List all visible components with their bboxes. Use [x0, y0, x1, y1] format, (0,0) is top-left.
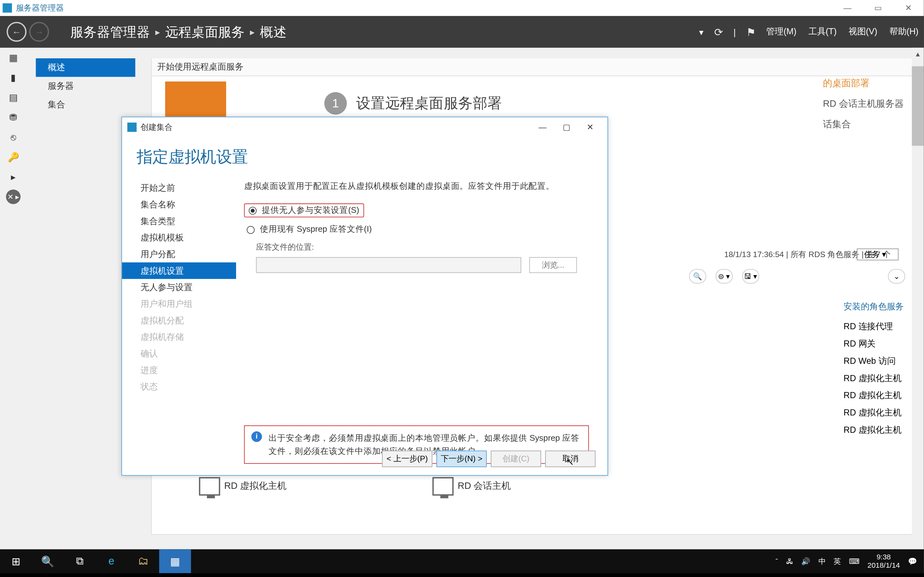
start-button[interactable]: ⊞: [0, 550, 32, 573]
divider: |: [733, 27, 736, 37]
ime-lang1[interactable]: 中: [819, 556, 826, 566]
crumb-2[interactable]: 概述: [260, 23, 286, 41]
nav-back-button[interactable]: ←: [7, 22, 27, 42]
wiz-step[interactable]: 集合名称: [137, 196, 235, 213]
roles-panel: 安装的角色服务 RD 连接代理 RD 网关 RD Web 访问 RD 虚拟化主机…: [843, 298, 904, 438]
step-title: 设置远程桌面服务部署: [356, 93, 502, 113]
dashboard-icon[interactable]: ▦: [0, 48, 27, 68]
session-host-label: RD 会话主机: [457, 480, 511, 491]
tray-up-icon[interactable]: ˆ: [775, 557, 778, 565]
breadcrumb: 服务器管理器▸ 远程桌面服务▸ 概述: [70, 23, 286, 41]
bg-line2: RD 会话主机服务器: [823, 93, 904, 114]
tray-network-icon[interactable]: 🖧: [786, 557, 793, 565]
nav-collections[interactable]: 集合: [36, 95, 136, 114]
info-icon: i: [251, 432, 262, 442]
radio-label: 使用现有 Sysprep 应答文件(I): [260, 224, 372, 235]
filter-button-1[interactable]: ⊜ ▾: [716, 269, 733, 284]
header-bar: ← → 服务器管理器▸ 远程桌面服务▸ 概述 ▾ ⟳ | ⚑ 管理(M) 工具(…: [0, 16, 924, 48]
radio-sysprep[interactable]: 使用现有 Sysprep 应答文件(I): [244, 223, 589, 237]
local-server-icon[interactable]: ▮: [0, 68, 27, 87]
cancel-button[interactable]: 取消: [545, 451, 596, 467]
wiz-step-current[interactable]: 虚拟机设置: [122, 263, 236, 279]
window-controls: — ▭ ✕: [832, 0, 924, 16]
next-button[interactable]: 下一步(N) >: [436, 451, 487, 467]
wiz-step[interactable]: 开始之前: [137, 179, 235, 196]
answer-file-label: 应答文件的位置:: [256, 242, 589, 253]
filter-button-2[interactable]: 🖫 ▾: [742, 269, 759, 284]
wiz-step: 进度: [137, 362, 235, 379]
rds-icon[interactable]: ✕ ▸: [0, 187, 27, 207]
role-row: RD 虚拟化主机: [843, 387, 904, 404]
search-icon[interactable]: 🔍: [689, 269, 706, 284]
close-button[interactable]: ✕: [893, 0, 924, 16]
wiz-step: 虚拟机存储: [137, 329, 235, 345]
role-row: RD 虚拟化主机: [843, 422, 904, 439]
crumb-1[interactable]: 远程桌面服务: [165, 23, 245, 41]
wiz-step[interactable]: 无人参与设置: [137, 279, 235, 295]
role-icon-2[interactable]: ⎋: [0, 127, 27, 147]
notifications-button[interactable]: 💬: [908, 557, 917, 566]
taskbar: ⊞ 🔍 ⧉ e 🗂 ▦ ˆ 🖧 🔊 中 英 ⌨ 9:38 2018/1/14 💬: [0, 550, 924, 573]
ime-icon[interactable]: ⌨: [849, 557, 859, 566]
search-toolbar: 🔍 ⊜ ▾ 🖫 ▾ ⌄: [689, 269, 905, 284]
wizard-minimize-button[interactable]: —: [531, 119, 554, 136]
dropdown-caret-icon[interactable]: ▾: [699, 27, 704, 37]
bg-line3: 话集合: [823, 114, 904, 134]
vertical-scrollbar[interactable]: ▲: [912, 48, 924, 550]
role-icon-1[interactable]: ⛃: [0, 107, 27, 127]
menu-help[interactable]: 帮助(H): [889, 26, 919, 38]
radio-unattended[interactable]: 提供无人参与安装设置(S): [244, 203, 364, 218]
role-row: RD 虚拟化主机: [843, 404, 904, 422]
expand-button[interactable]: ⌄: [888, 269, 905, 284]
all-servers-icon[interactable]: ▤: [0, 87, 27, 107]
server-manager-task[interactable]: ▦: [159, 550, 191, 573]
clock[interactable]: 9:38 2018/1/14: [867, 552, 900, 570]
tray: ˆ 🖧 🔊 中 英 ⌨ 9:38 2018/1/14 💬: [775, 552, 924, 570]
radio-label: 提供无人参与安装设置(S): [262, 205, 359, 216]
scroll-thumb[interactable]: [912, 66, 924, 146]
hosts-row: RD 虚拟化主机 RD 会话主机: [199, 477, 511, 496]
wizard-maximize-button[interactable]: ▢: [554, 119, 578, 136]
app-title: 服务器管理器: [16, 2, 64, 13]
tray-sound-icon[interactable]: 🔊: [801, 557, 811, 566]
radio-icon: [249, 206, 257, 214]
browse-button: 浏览...: [529, 257, 577, 273]
wiz-step[interactable]: 用户分配: [137, 246, 235, 263]
menu-manage[interactable]: 管理(M): [766, 26, 796, 38]
ime-lang2[interactable]: 英: [834, 556, 841, 566]
minimize-button[interactable]: —: [832, 0, 863, 16]
app-icon: [3, 3, 12, 13]
maximize-button[interactable]: ▭: [863, 0, 893, 16]
wiz-step[interactable]: 虚拟机模板: [137, 229, 235, 246]
flag-icon[interactable]: ⚑: [746, 26, 756, 38]
wiz-step: 虚拟机分配: [137, 312, 235, 329]
wizard-close-button[interactable]: ✕: [578, 119, 602, 136]
tasks-dropdown[interactable]: 任务 ▾: [857, 248, 899, 260]
prev-button[interactable]: < 上一步(P): [382, 451, 433, 467]
role-icon-4[interactable]: ▸: [0, 167, 27, 187]
nav-overview[interactable]: 概述: [36, 58, 136, 77]
explorer-icon[interactable]: 🗂: [128, 550, 159, 573]
wiz-step: 确认: [137, 345, 235, 362]
search-button[interactable]: 🔍: [32, 550, 63, 573]
taskview-button[interactable]: ⧉: [63, 550, 95, 573]
menu-tools[interactable]: 工具(T): [809, 26, 837, 38]
highlight-tile: [165, 81, 226, 117]
menu-view[interactable]: 视图(V): [849, 26, 877, 38]
left-icon-strip: ▦ ▮ ▤ ⛃ ⎋ 🔑 ▸ ✕ ▸: [0, 48, 27, 207]
role-row: RD 网关: [843, 335, 904, 353]
wizard-titlebar: 创建集合 — ▢ ✕: [122, 117, 607, 137]
scroll-up-icon[interactable]: ▲: [912, 48, 924, 60]
role-icon-3[interactable]: 🔑: [0, 147, 27, 167]
ie-icon[interactable]: e: [95, 550, 128, 573]
nav-servers[interactable]: 服务器: [36, 77, 136, 95]
vhost-icon: [199, 477, 220, 496]
wiz-step[interactable]: 集合类型: [137, 213, 235, 229]
refresh-icon[interactable]: ⟳: [714, 26, 723, 38]
wizard-footer: < 上一步(P) 下一步(N) > 创建(C) 取消: [382, 451, 596, 467]
wiz-step: 用户和用户组: [137, 295, 235, 312]
nav-forward-button[interactable]: →: [29, 22, 49, 42]
crumb-0[interactable]: 服务器管理器: [70, 23, 150, 41]
main-heading: 开始使用远程桌面服务: [152, 58, 913, 76]
role-row: RD 虚拟化主机: [843, 370, 904, 387]
